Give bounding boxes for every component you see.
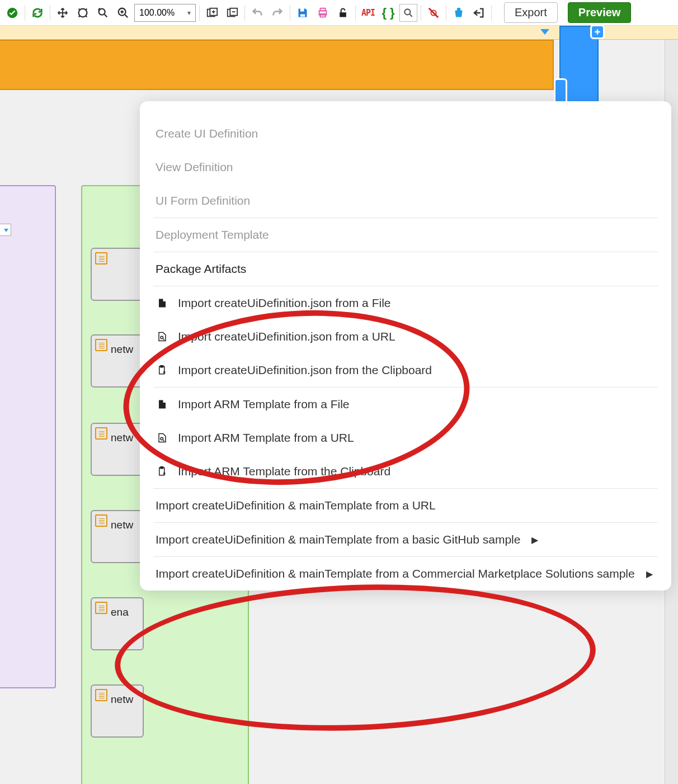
menu-package-artifacts: Package Artifacts <box>140 252 671 286</box>
menu-import-arm-file[interactable]: Import ARM Template from a File <box>140 388 671 421</box>
file-search-icon <box>156 431 169 445</box>
doc-icon: ≣ <box>95 514 107 527</box>
menu-import-both-url[interactable]: Import createUiDefinition & mainTemplate… <box>140 489 671 522</box>
braces-icon[interactable]: { } <box>379 4 397 22</box>
svg-point-2 <box>99 8 105 15</box>
menu-create-ui: Create UI Definition <box>140 117 671 150</box>
purple-panel[interactable] <box>0 185 56 688</box>
menu-import-cui-url[interactable]: Import createUiDefinition.json from a UR… <box>140 320 671 353</box>
canvas-node[interactable]: ≣ netw <box>91 334 144 388</box>
svg-point-19 <box>161 336 163 339</box>
canvas-node[interactable]: ≣ netw <box>91 510 144 563</box>
redo-icon[interactable] <box>269 4 286 22</box>
zoom-in-icon[interactable] <box>114 4 132 22</box>
node-label: netw <box>111 519 133 531</box>
panel-badge-icon[interactable] <box>590 25 605 39</box>
menu-import-cui-file[interactable]: Import createUiDefinition.json from a Fi… <box>140 286 671 320</box>
node-label: netw <box>111 693 133 706</box>
lock-icon[interactable] <box>334 4 352 22</box>
node-label: netw <box>111 432 133 444</box>
context-menu: Create UI Definition View Definition UI … <box>140 101 671 591</box>
menu-import-both-github[interactable]: Import createUiDefinition & mainTemplate… <box>140 523 671 556</box>
dropdown-trigger-icon[interactable] <box>540 29 549 35</box>
add-panel-icon[interactable] <box>203 4 221 22</box>
header-block[interactable] <box>0 40 554 90</box>
doc-icon: ≣ <box>95 689 107 701</box>
menu-import-cui-clipboard[interactable]: Import createUiDefinition.json from the … <box>140 353 671 387</box>
svg-point-13 <box>404 9 410 15</box>
exit-icon[interactable] <box>470 4 488 22</box>
move-icon[interactable] <box>54 4 72 22</box>
preview-button[interactable]: Preview <box>568 2 632 23</box>
canvas-node[interactable]: ≣ ena <box>91 597 144 650</box>
canvas-node[interactable]: ≣ netw <box>91 684 144 738</box>
menu-import-arm-url[interactable]: Import ARM Template from a URL <box>140 421 671 455</box>
toolbar: 100.00% ▾ API { } Export Preview <box>0 0 678 26</box>
menu-import-both-marketplace[interactable]: Import createUiDefinition & mainTemplate… <box>140 557 671 591</box>
svg-rect-21 <box>161 366 163 367</box>
doc-icon: ≣ <box>95 427 107 440</box>
menu-ui-form: UI Form Definition <box>140 184 671 218</box>
zoom-input[interactable]: 100.00% ▾ <box>134 4 196 22</box>
clipboard-icon <box>156 465 169 478</box>
chevron-down-icon: ▾ <box>187 9 191 17</box>
canvas: ≣ ≣ netw ≣ netw ≣ netw ≣ ena ≣ netw Crea… <box>0 26 678 784</box>
node-label: netw <box>111 343 133 356</box>
refresh-icon[interactable] <box>29 4 46 22</box>
zoom-value: 100.00% <box>139 8 175 18</box>
menu-view-definition: View Definition <box>140 150 671 184</box>
file-search-icon <box>156 330 169 343</box>
zoom-select-icon[interactable] <box>94 4 112 22</box>
bug-off-icon[interactable] <box>425 4 442 22</box>
file-icon <box>156 296 169 310</box>
svg-rect-12 <box>340 12 346 17</box>
export-button[interactable]: Export <box>504 2 558 23</box>
svg-rect-16 <box>595 31 600 32</box>
file-icon <box>156 398 169 411</box>
svg-rect-8 <box>300 14 305 16</box>
api-icon[interactable]: API <box>359 4 377 22</box>
doc-icon: ≣ <box>95 602 107 614</box>
save-icon[interactable] <box>294 4 312 22</box>
svg-point-22 <box>161 437 163 440</box>
tiny-dropdown[interactable] <box>0 224 11 236</box>
validate-icon[interactable] <box>3 4 21 22</box>
clipboard-icon <box>156 363 169 377</box>
doc-icon: ≣ <box>95 339 107 351</box>
print-icon[interactable] <box>314 4 332 22</box>
menu-import-arm-clipboard[interactable]: Import ARM Template from the Clipboard <box>140 455 671 488</box>
search-icon[interactable] <box>399 4 417 22</box>
submenu-arrow-icon: ▶ <box>531 535 538 545</box>
submenu-arrow-icon: ▶ <box>646 569 653 579</box>
remove-panel-icon[interactable] <box>223 4 241 22</box>
menu-deployment-template: Deployment Template <box>140 218 671 252</box>
canvas-node[interactable]: ≣ netw <box>91 423 144 476</box>
svg-rect-10 <box>320 8 325 11</box>
svg-point-1 <box>79 8 87 17</box>
undo-icon[interactable] <box>248 4 266 22</box>
canvas-node[interactable]: ≣ <box>91 248 144 301</box>
shopping-bag-icon[interactable] <box>450 4 468 22</box>
doc-icon: ≣ <box>95 252 107 265</box>
svg-rect-24 <box>161 467 163 469</box>
node-label: ena <box>111 606 129 618</box>
zoom-fit-icon[interactable] <box>74 4 92 22</box>
